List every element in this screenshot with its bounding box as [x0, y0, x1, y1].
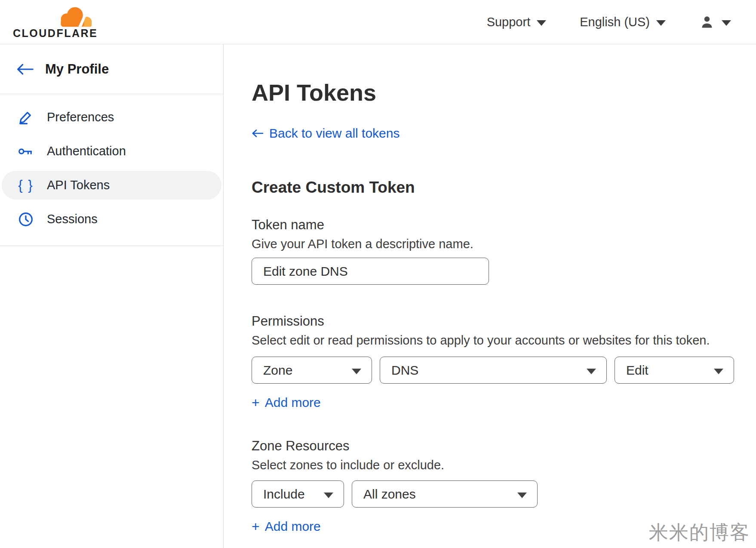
- support-label: Support: [487, 15, 531, 29]
- chevron-down-icon: [352, 369, 361, 374]
- permission-access-select[interactable]: Edit: [615, 357, 734, 384]
- permission-group-select[interactable]: DNS: [380, 357, 607, 384]
- sidebar-item-api-tokens[interactable]: { } API Tokens: [2, 171, 221, 200]
- cloudflare-cloud-icon: [54, 6, 94, 27]
- user-icon: [699, 14, 715, 30]
- support-menu[interactable]: Support: [487, 15, 547, 29]
- top-header: CLOUDFLARE Support English (US): [0, 0, 756, 44]
- zone-scope-value: All zones: [363, 487, 416, 502]
- zone-resources-add-more-link[interactable]: + Add more: [252, 519, 321, 534]
- permissions-select-row: Zone DNS Edit: [252, 357, 756, 384]
- add-more-label: Add more: [265, 519, 321, 534]
- zone-scope-select[interactable]: All zones: [352, 480, 538, 508]
- sidebar-item-sessions[interactable]: Sessions: [0, 205, 223, 234]
- token-name-help: Give your API token a descriptive name.: [252, 237, 756, 252]
- permission-access-value: Edit: [626, 363, 648, 378]
- add-more-label: Add more: [265, 395, 321, 410]
- back-to-my-profile[interactable]: My Profile: [0, 44, 223, 94]
- chevron-down-icon: [537, 20, 546, 26]
- arrow-left-icon: [16, 63, 34, 75]
- permission-group-value: DNS: [391, 363, 418, 378]
- token-name-label: Token name: [252, 217, 756, 233]
- sidebar-item-preferences[interactable]: Preferences: [0, 103, 223, 132]
- permissions-help: Select edit or read permissions to apply…: [252, 333, 756, 348]
- back-link-label: Back to view all tokens: [269, 126, 400, 141]
- sidebar-item-label: Sessions: [47, 212, 98, 226]
- sidebar-item-label: Authentication: [47, 144, 126, 158]
- pencil-icon: [16, 109, 36, 126]
- sidebar-item-authentication[interactable]: Authentication: [0, 137, 223, 166]
- sidebar-item-label: Preferences: [47, 110, 114, 124]
- token-name-input[interactable]: [252, 258, 489, 285]
- watermark: 米米的博客: [649, 520, 750, 545]
- chevron-down-icon: [324, 493, 333, 498]
- sidebar: My Profile Preferences Authenticati: [0, 44, 224, 548]
- chevron-down-icon: [714, 369, 723, 374]
- permission-scope-select[interactable]: Zone: [252, 357, 372, 384]
- sidebar-item-label: API Tokens: [47, 178, 110, 192]
- language-label: English (US): [580, 15, 650, 29]
- main-content: API Tokens Back to view all tokens Creat…: [224, 44, 756, 548]
- account-menu[interactable]: [699, 14, 731, 30]
- zone-resources-select-row: Include All zones: [252, 480, 756, 508]
- page-title: API Tokens: [252, 79, 756, 107]
- zone-resources-label: Zone Resources: [252, 438, 756, 454]
- sidebar-title: My Profile: [45, 62, 109, 77]
- zone-include-value: Include: [263, 487, 305, 502]
- permission-scope-value: Zone: [263, 363, 292, 378]
- permissions-label: Permissions: [252, 313, 756, 329]
- sidebar-nav: Preferences Authentication { } API Token…: [0, 94, 223, 246]
- zone-resources-help: Select zones to include or exclude.: [252, 458, 756, 473]
- zone-include-select[interactable]: Include: [252, 480, 344, 508]
- cloudflare-logo[interactable]: CLOUDFLARE: [13, 6, 95, 39]
- create-custom-token-title: Create Custom Token: [252, 178, 756, 197]
- chevron-down-icon: [517, 493, 527, 498]
- chevron-down-icon: [587, 369, 596, 374]
- cloudflare-wordmark: CLOUDFLARE: [13, 28, 95, 39]
- chevron-down-icon: [722, 20, 731, 26]
- language-menu[interactable]: English (US): [580, 15, 666, 29]
- header-nav: Support English (US): [487, 14, 731, 30]
- back-to-all-tokens-link[interactable]: Back to view all tokens: [252, 126, 400, 141]
- plus-icon: +: [252, 520, 260, 533]
- permissions-add-more-link[interactable]: + Add more: [252, 395, 321, 410]
- clock-icon: [16, 211, 36, 228]
- key-icon: [16, 143, 36, 160]
- chevron-down-icon: [656, 20, 666, 26]
- plus-icon: +: [252, 396, 260, 409]
- braces-icon: { }: [16, 178, 36, 193]
- arrow-left-icon: [252, 129, 264, 138]
